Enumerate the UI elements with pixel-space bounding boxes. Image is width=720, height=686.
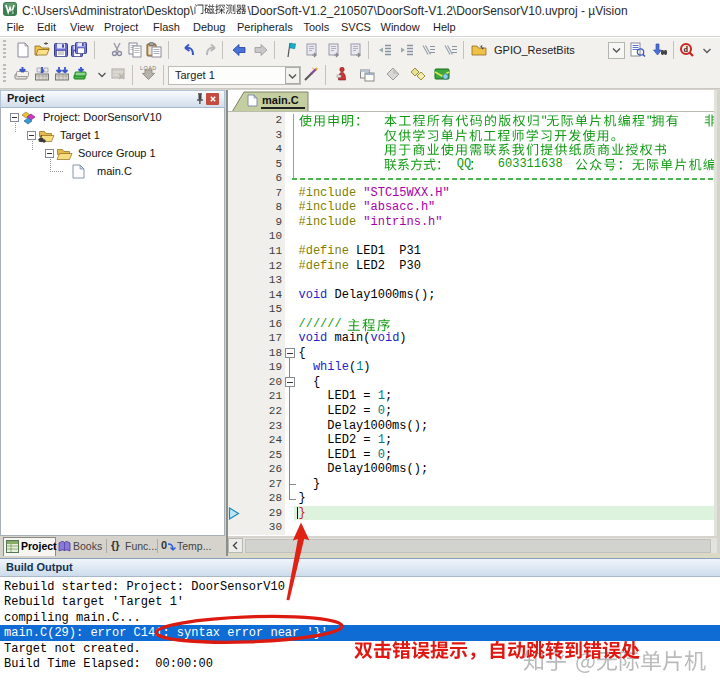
svg-text:d: d	[684, 45, 689, 54]
